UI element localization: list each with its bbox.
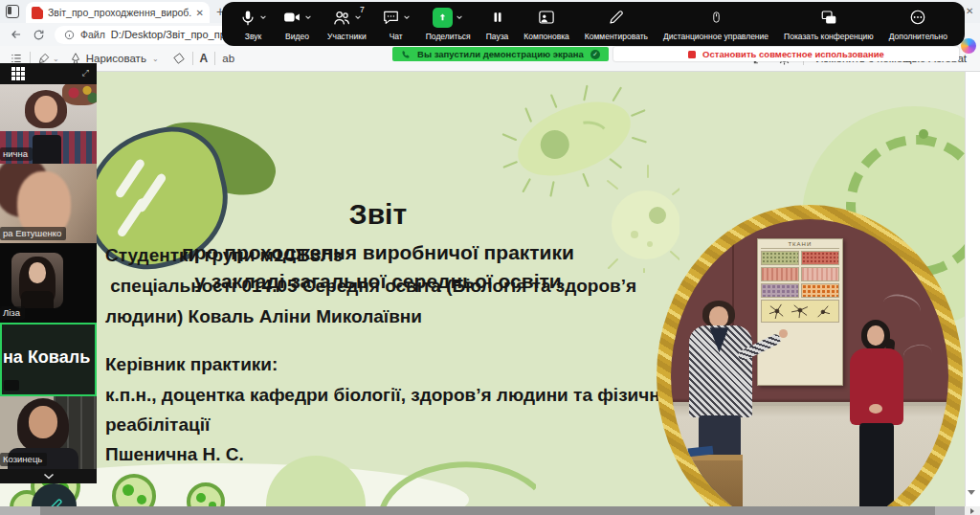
tile-background-detail bbox=[62, 84, 97, 105]
share-screen-button[interactable]: Поделиться bbox=[424, 5, 473, 44]
slide-title: Звіт bbox=[124, 198, 632, 231]
check-icon: ✓ bbox=[590, 50, 600, 59]
chevron-down-icon[interactable] bbox=[259, 13, 267, 21]
supervisor-line-3: реабілітації bbox=[105, 410, 210, 440]
participant-mini-tag bbox=[4, 380, 19, 391]
teacher-face bbox=[709, 306, 728, 327]
refresh-icon[interactable] bbox=[33, 29, 45, 41]
info-icon bbox=[64, 30, 75, 40]
classroom-desk bbox=[677, 455, 744, 507]
poster-patch bbox=[801, 283, 839, 298]
chalk-mark bbox=[880, 290, 923, 324]
chat-button[interactable]: Чат bbox=[380, 5, 412, 44]
pdf-page-slide: Звіт про проходження виробничої практики… bbox=[0, 72, 965, 507]
tab-actions-icon[interactable] bbox=[6, 5, 19, 18]
pause-icon bbox=[491, 9, 504, 26]
participant-tile-active-speaker[interactable]: на Коваль bbox=[0, 323, 97, 396]
video-button[interactable]: Видео bbox=[280, 5, 314, 44]
poster-patch bbox=[761, 267, 799, 281]
student-face bbox=[867, 325, 884, 346]
student-pants bbox=[859, 423, 894, 507]
participants-button[interactable]: 7 Участники bbox=[325, 5, 368, 44]
student-line-1: Студентки групи м1СБЗЛз bbox=[105, 240, 343, 271]
add-text-icon[interactable]: A bbox=[200, 52, 209, 65]
participant-tile[interactable]: нична bbox=[0, 84, 97, 164]
avatar-face bbox=[29, 262, 46, 283]
student-hands bbox=[869, 404, 882, 414]
supervisor-line-1: Керівник практики: bbox=[105, 349, 278, 380]
window-close-icon[interactable]: ✕ bbox=[966, 6, 973, 16]
student-red-sweater bbox=[850, 348, 903, 425]
dot-decoration bbox=[919, 129, 928, 139]
student-line-2: спеціальності 014.05 Середня освіта (Біо… bbox=[105, 271, 636, 302]
scrollbar-corner bbox=[965, 506, 980, 515]
chevron-down-icon[interactable]: ⌄ bbox=[152, 55, 159, 63]
chevron-down-icon[interactable] bbox=[354, 13, 362, 21]
chevron-down-icon[interactable]: ⌄ bbox=[53, 55, 59, 63]
horizontal-scrollbar-thumb[interactable] bbox=[40, 506, 935, 515]
participant-name: нична bbox=[0, 147, 33, 161]
pdf-file-icon bbox=[32, 7, 43, 19]
poster-title: ТКАНИ bbox=[761, 241, 839, 249]
stop-square-icon bbox=[688, 51, 696, 58]
chevron-down-icon[interactable] bbox=[456, 13, 463, 21]
annotate-button[interactable]: Комментировать bbox=[583, 5, 650, 44]
show-meeting-button[interactable]: Показать конференцию bbox=[782, 5, 876, 44]
avatar bbox=[11, 253, 63, 308]
divider bbox=[192, 52, 193, 65]
screen-sharing-banner: Вы запустили демонстрацию экрана ✓ bbox=[392, 47, 609, 61]
remote-control-button[interactable]: Дистанционное управление bbox=[661, 5, 770, 44]
poster-patch bbox=[801, 251, 839, 265]
layout-button[interactable]: Компоновка bbox=[522, 5, 570, 44]
participant-name: ра Евтушенко bbox=[0, 227, 66, 240]
screen: Звіт про проходження виробничої практики… bbox=[0, 0, 980, 515]
vertical-scroll-down-arrow[interactable] bbox=[968, 490, 975, 495]
participant-name: Ліза bbox=[0, 306, 25, 320]
participants-strip-header: ⤢ bbox=[0, 63, 97, 84]
participant-name: Козинець bbox=[0, 453, 47, 466]
windows-icon bbox=[819, 9, 838, 26]
meeting-toolbar: Звук Видео 7 Участники Чат bbox=[222, 2, 965, 46]
participant-tile[interactable]: ра Евтушенко bbox=[0, 164, 97, 243]
tab-close-icon[interactable]: ✕ bbox=[196, 8, 204, 18]
participant-display-name: на Коваль bbox=[3, 347, 97, 368]
poster-patch bbox=[801, 267, 839, 281]
chevron-down-icon[interactable] bbox=[403, 13, 411, 21]
chat-icon bbox=[382, 9, 400, 26]
desk-item bbox=[688, 446, 714, 458]
teacher-hand bbox=[779, 329, 788, 338]
eraser-icon[interactable] bbox=[172, 52, 186, 65]
read-aloud-icon[interactable]: ab bbox=[222, 53, 234, 64]
avatar-body bbox=[21, 291, 54, 308]
poster-patch bbox=[761, 251, 799, 265]
back-icon[interactable] bbox=[10, 28, 23, 41]
poster-patch bbox=[761, 283, 799, 298]
gallery-view-icon[interactable] bbox=[11, 67, 25, 80]
stop-sharing-label: Остановить совместное использование bbox=[702, 49, 884, 59]
expand-strip-icon[interactable]: ⤢ bbox=[82, 68, 89, 78]
browser-tab-pdf[interactable]: Звіт_про_проходження_вироб... ✕ bbox=[26, 2, 210, 23]
sharing-banner-text: Вы запустили демонстрацию экрана bbox=[417, 49, 584, 59]
more-button[interactable]: Дополнительно bbox=[887, 5, 949, 44]
participant-video bbox=[34, 96, 57, 123]
microphone-icon bbox=[239, 9, 256, 27]
chevron-down-icon bbox=[43, 473, 55, 480]
collapse-strip-button[interactable] bbox=[0, 469, 97, 483]
pause-share-button[interactable]: Пауза bbox=[484, 5, 511, 44]
participant-tile[interactable]: Козинець bbox=[0, 396, 97, 469]
student-line-3: людини) Коваль Аліни Миколаївни bbox=[105, 302, 422, 332]
copilot-icon[interactable] bbox=[961, 38, 976, 54]
more-ellipsis-icon bbox=[909, 9, 926, 26]
chevron-down-icon[interactable] bbox=[304, 13, 312, 21]
participant-tile[interactable]: Ліза bbox=[0, 243, 97, 323]
audio-button[interactable]: Звук bbox=[237, 5, 269, 44]
stop-sharing-button[interactable]: Остановить совместное использование bbox=[613, 47, 959, 61]
scroll-right-arrow[interactable] bbox=[970, 508, 974, 514]
classroom-photo: ТКАНИ bbox=[671, 219, 948, 507]
poster-neuron-drawings bbox=[761, 300, 839, 323]
horizontal-scrollbar[interactable] bbox=[0, 506, 965, 515]
phone-icon bbox=[401, 50, 411, 59]
file-protocol-badge: Файл bbox=[80, 29, 105, 40]
pdf-right-margin bbox=[965, 72, 980, 507]
divider bbox=[214, 52, 215, 65]
